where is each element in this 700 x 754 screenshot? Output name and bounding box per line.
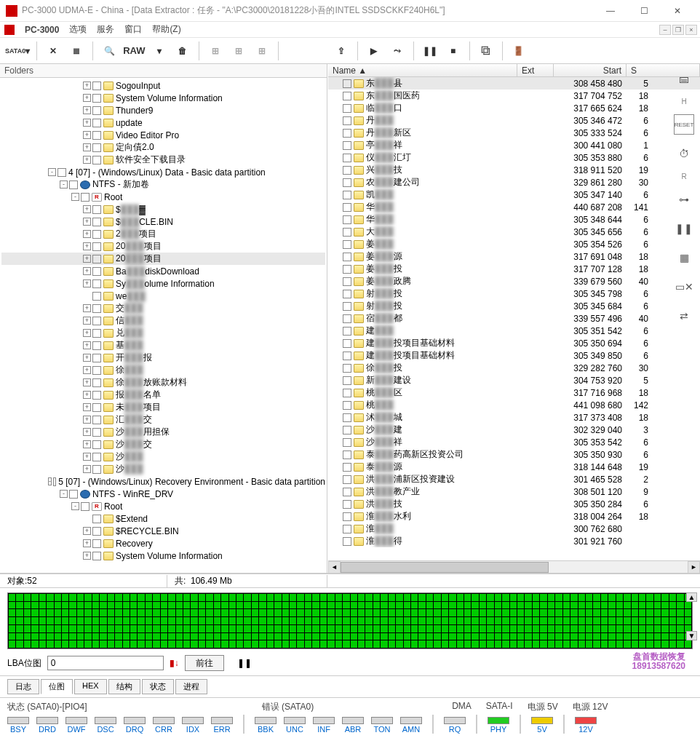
tree-node[interactable]: +沙███交 (1, 438, 325, 451)
tree-node[interactable]: -RRoot (1, 191, 325, 203)
col-name[interactable]: Name ▲ (328, 64, 517, 76)
tree-node[interactable]: +开███报 (1, 352, 325, 364)
card-icon[interactable]: ▭✕ (674, 277, 694, 297)
table-row[interactable]: 洪███浦新区投资建设301 465 5282 (328, 473, 700, 485)
row-checkbox[interactable] (343, 203, 351, 212)
expand-icon[interactable]: + (83, 218, 91, 226)
table-row[interactable]: 建███305 351 5426 (328, 325, 700, 337)
scroll-left-icon[interactable]: ◄ (328, 561, 341, 574)
expand-icon[interactable]: + (83, 131, 91, 139)
map-scroll-up-icon[interactable]: ▲ (686, 592, 697, 602)
row-checkbox[interactable] (343, 290, 351, 298)
row-checkbox[interactable] (343, 240, 351, 249)
checkbox[interactable] (53, 477, 56, 486)
menu-help[interactable]: 帮助(Z) (152, 23, 180, 36)
checkbox[interactable] (92, 143, 101, 152)
tree-node[interactable]: +基███ (1, 339, 325, 352)
checkbox[interactable] (92, 230, 101, 239)
checkbox[interactable] (92, 267, 101, 276)
sata-selector[interactable]: SATA0▾ (4, 41, 31, 61)
expand-icon[interactable]: - (71, 193, 79, 201)
lba-marker-icon[interactable]: ▮↓ (170, 658, 179, 668)
table-row[interactable]: 大███305 345 6566 (328, 226, 700, 238)
tree-node[interactable]: +update (1, 116, 325, 129)
row-checkbox[interactable] (343, 141, 351, 150)
row-checkbox[interactable] (343, 129, 351, 138)
disk-icon[interactable]: 🖴 (674, 68, 694, 89)
checkbox[interactable] (92, 304, 101, 313)
expand-icon[interactable]: + (83, 354, 91, 362)
table-row[interactable]: 宿███都339 557 49640 (328, 312, 700, 325)
lba-bitmap[interactable] (7, 592, 693, 649)
row-checkbox[interactable] (343, 525, 351, 533)
table-row[interactable]: 丹███新区305 333 5246 (328, 127, 700, 139)
checkbox[interactable] (92, 329, 101, 338)
checkbox[interactable] (81, 193, 90, 202)
reset-icon[interactable]: RESET (674, 114, 694, 135)
expand-icon[interactable]: + (83, 341, 91, 349)
tree-node[interactable]: +Video Editor Pro (1, 129, 325, 141)
stop-icon[interactable]: ■ (443, 41, 464, 61)
table-row[interactable]: 洪███教产业308 501 1209 (328, 485, 700, 498)
row-checkbox[interactable] (343, 364, 351, 373)
map-scroll-down-icon[interactable]: ▼ (686, 631, 697, 640)
tree-node[interactable]: +Ba███diskDownload (1, 265, 325, 277)
expand-icon[interactable]: + (83, 230, 91, 238)
tree-node[interactable]: +Thunder9 (1, 104, 325, 116)
gauge-icon[interactable]: ⏱ (674, 143, 694, 164)
expand-icon[interactable] (83, 515, 91, 523)
table-row[interactable]: 丹███305 346 4726 (328, 114, 700, 127)
checkbox[interactable] (92, 378, 101, 387)
tree-node[interactable]: +沙███用担保 (1, 426, 325, 438)
table-row[interactable]: 桃███区317 716 96818 (328, 386, 700, 399)
expand-icon[interactable]: + (83, 378, 91, 386)
checkbox[interactable] (92, 119, 101, 127)
expand-icon[interactable]: + (83, 329, 91, 337)
checkbox[interactable] (92, 255, 101, 263)
table-row[interactable]: 华███440 687 208141 (328, 201, 700, 213)
tree-node[interactable]: +$███▓ (1, 203, 325, 215)
table-row[interactable]: 亭███祥300 441 0801 (328, 139, 700, 151)
row-checkbox[interactable] (343, 537, 351, 546)
row-checkbox[interactable] (343, 488, 351, 496)
row-checkbox[interactable] (343, 228, 351, 237)
expand-icon[interactable]: + (83, 527, 91, 535)
tab-HEX[interactable]: HEX (74, 679, 107, 694)
tree-node[interactable]: -4 [07] - (Windows/Linux) Data - Basic d… (1, 166, 325, 178)
table-row[interactable]: 沭███城317 373 40818 (328, 411, 700, 424)
lba-input[interactable] (47, 656, 164, 670)
col-start[interactable]: Start (554, 64, 627, 76)
expand-icon[interactable]: + (83, 143, 91, 151)
checkbox[interactable] (92, 242, 101, 251)
row-checkbox[interactable] (343, 389, 351, 397)
row-checkbox[interactable] (343, 500, 351, 509)
table-row[interactable]: 姜███政腾339 679 56040 (328, 275, 700, 287)
table-row[interactable]: 沙███建302 329 0403 (328, 424, 700, 436)
expand-icon[interactable]: + (83, 82, 91, 90)
mdi-minimize[interactable]: – (659, 25, 671, 35)
expand-icon[interactable]: + (83, 428, 91, 436)
row-checkbox[interactable] (343, 92, 351, 100)
row-checkbox[interactable] (343, 154, 351, 162)
checkbox[interactable] (69, 490, 78, 499)
row-checkbox[interactable] (343, 265, 351, 274)
table-row[interactable]: 建███投项目基础材料305 350 6946 (328, 337, 700, 349)
checkbox[interactable] (92, 292, 101, 301)
expand-icon[interactable]: - (60, 180, 68, 188)
expand-icon[interactable]: - (71, 502, 79, 510)
row-checkbox[interactable] (343, 512, 351, 521)
expand-icon[interactable]: + (83, 94, 91, 102)
expand-icon[interactable]: + (83, 440, 91, 448)
row-checkbox[interactable] (343, 327, 351, 336)
tree-node[interactable]: +沙███ (1, 451, 325, 463)
tree-node[interactable]: +SogouInput (1, 79, 325, 92)
tree-node[interactable]: -5 [07] - (Windows/Linux) Recovery Envir… (1, 475, 325, 488)
row-checkbox[interactable] (343, 413, 351, 422)
tree-node[interactable]: +20███项目 (1, 240, 325, 253)
expand-icon[interactable] (83, 292, 91, 300)
table-row[interactable]: 淮███得301 921 760 (328, 535, 700, 547)
grid-hscroll[interactable]: ◄ ► (328, 560, 700, 573)
table-row[interactable]: 徐███投329 282 76030 (328, 362, 700, 374)
row-checkbox[interactable] (343, 401, 351, 410)
checkbox[interactable] (92, 205, 101, 214)
